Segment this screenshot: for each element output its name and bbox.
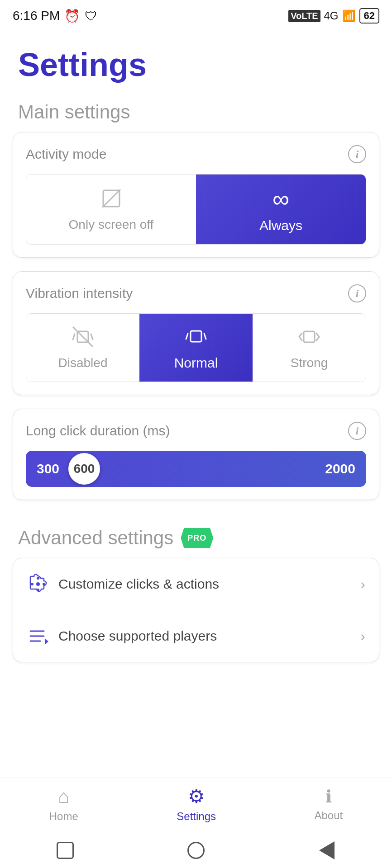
advanced-card: Customize clicks & actions › Choose supp… [13, 558, 379, 662]
slider-min-label: 300 [37, 461, 59, 476]
slider-thumb[interactable]: 600 [68, 453, 100, 485]
long-click-card: Long click duration (ms) i 300 600 2000 [13, 409, 379, 500]
volte-icon: VoLTE [288, 10, 320, 22]
home-button[interactable] [185, 840, 207, 861]
activity-mode-title-row: Activity mode i [26, 145, 366, 163]
system-nav-bar [0, 832, 392, 868]
vibration-option-strong[interactable]: Strong [253, 314, 366, 382]
choose-players-icon [27, 626, 49, 646]
long-click-title: Long click duration (ms) [26, 423, 170, 439]
alarm-icon: ⏰ [64, 9, 80, 24]
svg-rect-6 [191, 331, 201, 342]
vibration-intensity-card: Vibration intensity i Disabled [13, 271, 379, 395]
battery-level: 62 [364, 10, 375, 21]
long-click-info-button[interactable]: i [348, 422, 366, 440]
infinity-icon: ∞ [272, 185, 289, 212]
strong-label: Strong [291, 356, 328, 370]
status-bar: 6:16 PM ⏰ 🛡 VoLTE 4G 📶 62 [0, 0, 392, 28]
svg-point-17 [37, 589, 39, 591]
vibration-option-normal[interactable]: Normal [139, 314, 253, 382]
advanced-settings-label: Advanced settings [18, 527, 173, 549]
advanced-settings-header: Advanced settings PRO [0, 514, 392, 558]
recent-apps-button[interactable] [54, 840, 76, 861]
network-text: 4G [324, 9, 339, 22]
home-label: Home [49, 810, 78, 823]
screen-off-icon [100, 187, 123, 212]
nav-item-settings[interactable]: ⚙ Settings [177, 785, 216, 823]
svg-line-8 [204, 334, 206, 339]
svg-point-15 [37, 577, 39, 580]
vibration-normal-icon [184, 325, 208, 350]
activity-mode-toggle: Only screen off ∞ Always [26, 174, 366, 245]
svg-line-11 [299, 337, 302, 340]
svg-line-1 [102, 189, 120, 208]
activity-mode-card: Activity mode i Only screen off ∞ Always [13, 132, 379, 258]
pro-badge: PRO [181, 528, 213, 548]
home-system-icon [187, 842, 205, 859]
battery-indicator: 62 [359, 8, 379, 24]
screen-off-label: Only screen off [69, 217, 154, 232]
nav-item-about[interactable]: ℹ About [315, 787, 343, 822]
vibration-title-row: Vibration intensity i [26, 284, 366, 302]
long-click-slider[interactable]: 300 600 2000 [26, 451, 366, 487]
svg-line-13 [316, 337, 319, 340]
status-right: VoLTE 4G 📶 62 [288, 8, 379, 24]
long-click-title-row: Long click duration (ms) i [26, 422, 366, 440]
svg-point-14 [36, 582, 40, 586]
customize-clicks-label: Customize clicks & actions [58, 576, 351, 592]
app-icon: 🛡 [85, 9, 97, 24]
activity-option-screen-off[interactable]: Only screen off [26, 175, 196, 244]
main-settings-header: Main settings [0, 88, 392, 132]
time-text: 6:16 PM [13, 9, 60, 23]
vibration-title: Vibration intensity [26, 286, 133, 301]
choose-players-label: Choose supported players [58, 628, 351, 644]
choose-players-item[interactable]: Choose supported players › [13, 610, 379, 662]
vibration-off-icon [71, 325, 95, 350]
slider-value: 600 [74, 462, 95, 476]
always-label: Always [259, 218, 302, 233]
signal-icon: 📶 [342, 9, 356, 22]
about-label: About [315, 809, 343, 822]
recent-apps-icon [57, 842, 74, 859]
page-title: Settings [0, 28, 392, 88]
home-icon: ⌂ [58, 786, 69, 807]
svg-line-7 [186, 334, 188, 339]
vibration-toggle: Disabled Normal [26, 313, 366, 382]
svg-point-16 [43, 583, 45, 585]
svg-line-4 [91, 334, 93, 340]
back-icon [319, 841, 335, 859]
pro-badge-text: PRO [187, 533, 206, 543]
normal-label: Normal [174, 355, 218, 371]
settings-icon: ⚙ [188, 785, 205, 807]
customize-clicks-icon [27, 574, 49, 594]
customize-clicks-chevron: › [360, 576, 365, 593]
svg-rect-9 [304, 331, 315, 342]
svg-point-18 [31, 583, 33, 585]
activity-mode-title: Activity mode [26, 146, 106, 162]
bottom-nav: ⌂ Home ⚙ Settings ℹ About [0, 778, 392, 832]
disabled-label: Disabled [58, 356, 108, 370]
slider-max-label: 2000 [325, 461, 355, 476]
activity-mode-info-button[interactable]: i [348, 145, 366, 163]
customize-clicks-item[interactable]: Customize clicks & actions › [13, 558, 379, 610]
about-icon: ℹ [325, 787, 332, 807]
activity-option-always[interactable]: ∞ Always [196, 175, 366, 244]
status-time: 6:16 PM ⏰ 🛡 [13, 9, 97, 24]
svg-line-3 [73, 334, 75, 340]
vibration-strong-icon [297, 325, 321, 350]
settings-label: Settings [177, 810, 216, 823]
back-button[interactable] [316, 840, 338, 861]
svg-marker-22 [45, 638, 48, 645]
choose-players-chevron: › [360, 628, 365, 645]
vibration-info-button[interactable]: i [348, 284, 366, 302]
nav-item-home[interactable]: ⌂ Home [49, 786, 78, 823]
svg-line-5 [73, 327, 93, 347]
vibration-option-disabled[interactable]: Disabled [26, 314, 139, 382]
